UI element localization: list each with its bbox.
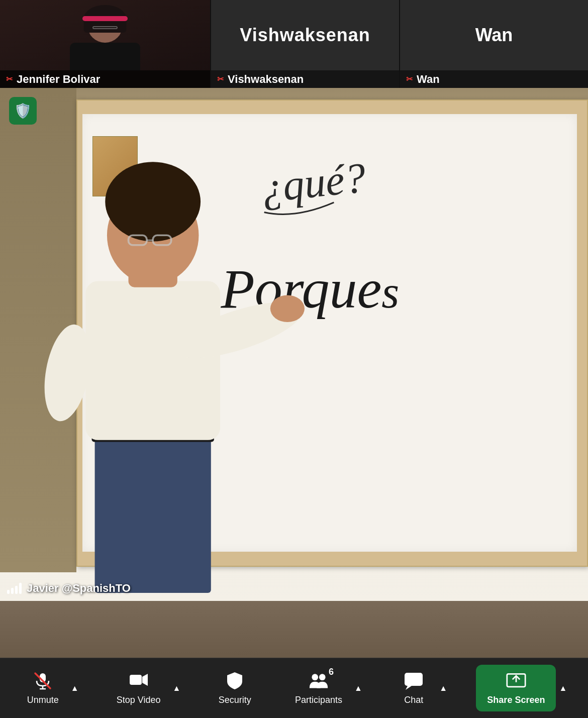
stop-video-button[interactable]: Stop Video xyxy=(108,666,170,710)
svg-point-19 xyxy=(319,674,326,680)
svg-point-8 xyxy=(105,162,201,242)
stop-video-chevron[interactable]: ▲ xyxy=(170,679,184,698)
jennifer-mute-icon: ✂ xyxy=(6,74,13,84)
teacher-figure xyxy=(0,136,306,603)
video-icon xyxy=(129,671,149,691)
share-screen-group: Share Screen ▲ xyxy=(476,665,570,711)
svg-marker-17 xyxy=(142,674,148,686)
participants-count-badge: 6 xyxy=(329,667,334,677)
security-label: Security xyxy=(219,695,251,705)
speaker-overlay: Javier @SpanishTO xyxy=(7,582,131,595)
speaker-name: Javier @SpanishTO xyxy=(27,582,131,595)
svg-rect-2 xyxy=(85,281,220,440)
wan-mute-icon: ✂ xyxy=(406,74,413,84)
vishwaksenan-name-bar: ✂ Vishwaksenan xyxy=(211,70,399,88)
svg-point-18 xyxy=(312,674,318,680)
share-screen-chevron[interactable]: ▲ xyxy=(556,679,570,698)
wan-name: Wan xyxy=(417,73,440,86)
chat-group: Chat ▲ xyxy=(391,666,450,710)
security-button[interactable]: Security xyxy=(210,666,260,710)
chat-button[interactable]: Chat xyxy=(391,666,436,710)
unmute-button[interactable]: Unmute xyxy=(18,666,68,710)
chat-icon xyxy=(404,671,424,691)
shield-icon: 🛡️ xyxy=(14,102,32,119)
participants-chevron[interactable]: ▲ xyxy=(351,679,365,698)
bottom-toolbar: Unmute ▲ Stop Video ▲ Security xyxy=(0,658,588,718)
unmute-label: Unmute xyxy=(27,695,59,705)
vishwaksenan-mute-icon: ✂ xyxy=(217,74,224,84)
chat-chevron[interactable]: ▲ xyxy=(436,679,450,698)
floor xyxy=(0,601,588,658)
share-screen-icon xyxy=(506,671,526,691)
unmute-chevron[interactable]: ▲ xyxy=(68,679,82,698)
top-participant-bar: ✂ Jennifer Bolivar Vishwaksenan ✂ Vishwa… xyxy=(0,0,588,88)
participant-tile-wan: Wan ✂ Wan xyxy=(400,0,588,88)
participants-button[interactable]: 6 Participants xyxy=(286,666,351,710)
security-badge: 🛡️ xyxy=(9,97,37,125)
svg-point-5 xyxy=(270,295,305,323)
participant-tile-jennifer: ✂ Jennifer Bolivar xyxy=(0,0,211,88)
security-group: Security xyxy=(210,666,260,710)
security-toolbar-icon xyxy=(225,671,245,691)
share-screen-button[interactable]: Share Screen xyxy=(476,665,556,711)
room-background: ¿qué? Porques xyxy=(0,88,588,658)
share-screen-label: Share Screen xyxy=(487,695,545,705)
svg-marker-21 xyxy=(406,686,412,690)
main-video-area: ¿qué? Porques xyxy=(0,88,588,658)
unmute-group: Unmute ▲ xyxy=(18,666,82,710)
participants-icon: 6 xyxy=(309,671,329,691)
svg-rect-0 xyxy=(95,434,211,593)
signal-bars xyxy=(7,583,22,594)
svg-rect-20 xyxy=(405,673,423,686)
wan-initial: Wan xyxy=(475,25,513,46)
wan-name-bar: ✂ Wan xyxy=(400,70,588,88)
stop-video-group: Stop Video ▲ xyxy=(108,666,184,710)
jennifer-name: Jennifer Bolivar xyxy=(17,73,100,86)
vishwaksenan-name: Vishwaksenan xyxy=(228,73,304,86)
participants-label: Participants xyxy=(295,695,342,705)
stop-video-label: Stop Video xyxy=(117,695,161,705)
participant-tile-vishwaksenan: Vishwaksenan ✂ Vishwaksenan xyxy=(211,0,400,88)
chat-label: Chat xyxy=(404,695,423,705)
svg-rect-16 xyxy=(130,675,142,685)
vishwaksenan-initial: Vishwaksenan xyxy=(240,25,370,46)
participants-group: 6 Participants ▲ xyxy=(286,666,365,710)
jennifer-name-bar: ✂ Jennifer Bolivar xyxy=(0,70,210,88)
mute-icon xyxy=(33,671,53,691)
